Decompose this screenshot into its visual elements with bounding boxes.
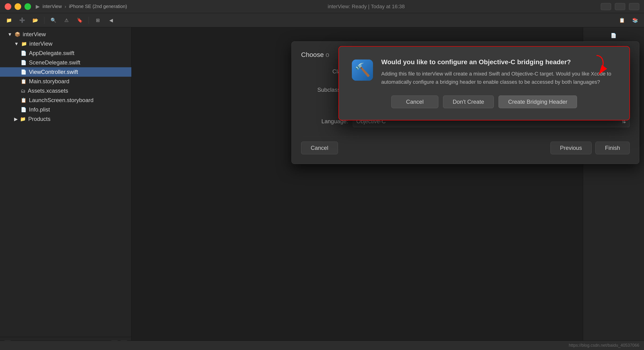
sidebar-item-assets-label: Assets.xcassets (28, 88, 68, 94)
sidebar-item-appdelegate[interactable]: 📄 AppDelegate.swift (0, 49, 132, 58)
sheet-footer: Cancel Previous Finish (301, 137, 630, 154)
arrow-annotation (561, 53, 608, 82)
library-icon[interactable]: 📚 (631, 16, 639, 25)
traffic-lights (5, 3, 31, 10)
editor-toggle-btn[interactable] (615, 3, 625, 10)
sheet-previous-button[interactable]: Previous (550, 142, 592, 154)
svg-text:🔨: 🔨 (354, 62, 371, 78)
toolbar: 📁 ➕ 📂 🔍 ⚠ 🔖 ⊞ ◀ 📋 📚 (0, 13, 644, 27)
sidebar-item-interview-root[interactable]: ▼ 📦 interView (0, 30, 132, 39)
sidebar-item-scenedelegate-label: SceneDelegate.swift (29, 59, 80, 66)
project-icon: 📦 (14, 32, 20, 37)
add-file-icon[interactable]: ➕ (18, 16, 26, 25)
swift-file-icon: 📄 (21, 50, 26, 56)
editor-area: Choose o Class: Subclass of: NSObject ⌄ … (132, 27, 583, 350)
sheet-finish-button[interactable]: Finish (595, 142, 630, 154)
sidebar-item-products[interactable]: ▶ 📁 Products (0, 114, 132, 124)
inspector-toggle-btn[interactable] (629, 3, 639, 10)
alert-icon: 🔨 (351, 58, 374, 82)
right-panel-document-tab[interactable]: 📄 (583, 30, 644, 41)
new-file-icon[interactable]: 📁 (5, 16, 13, 25)
swift-file-icon-2: 📄 (21, 60, 26, 65)
assets-icon: 🗂 (21, 88, 26, 94)
close-button[interactable] (5, 3, 11, 10)
disclosure-icon-3: ▶ (14, 116, 18, 122)
swift-file-icon-3: 📄 (21, 69, 26, 75)
sidebar-item-products-label: Products (28, 116, 50, 122)
disclosure-icon-2: ▼ (14, 41, 19, 47)
storyboard-icon: 📋 (21, 79, 26, 84)
search-icon[interactable]: 🔍 (49, 16, 58, 25)
back-icon[interactable]: ◀ (107, 16, 115, 25)
maximize-button[interactable] (24, 3, 31, 10)
sidebar-item-assets[interactable]: 🗂 Assets.xcassets (0, 86, 132, 96)
sidebar-item-launchscreen-label: LaunchScreen.storyboard (29, 97, 94, 104)
folder-yellow-icon: 📁 (21, 41, 27, 47)
alert-create-header-button[interactable]: Create Bridging Header (498, 96, 577, 108)
sheet-action-buttons: Previous Finish (550, 142, 630, 154)
sidebar-item-infoplist[interactable]: 📄 Info.plist (0, 105, 132, 114)
products-folder-icon: 📁 (20, 116, 26, 122)
status-url: https://blog.csdn.net/baidu_40537066 (569, 343, 639, 348)
folder-icon[interactable]: 📂 (31, 16, 40, 25)
titlebar: ▶ interView › iPhone SE (2nd generation)… (0, 0, 644, 13)
titlebar-controls (601, 3, 639, 10)
sidebar: ▼ 📦 interView ▼ 📁 interView 📄 AppDelegat… (0, 27, 132, 350)
alert-cancel-button[interactable]: Cancel (391, 96, 438, 108)
titlebar-app-name: interView (42, 4, 62, 9)
minimize-button[interactable] (14, 3, 21, 10)
sidebar-item-infoplist-label: Info.plist (29, 106, 50, 113)
sidebar-item-launchscreen[interactable]: 📋 LaunchScreen.storyboard (0, 96, 132, 105)
inspector-icon[interactable]: 📋 (618, 16, 626, 25)
disclosure-icon: ▼ (8, 32, 12, 37)
sidebar-toggle-btn[interactable] (601, 3, 611, 10)
sidebar-item-label-2: interView (30, 41, 52, 47)
sidebar-item-appdelegate-label: AppDelegate.swift (29, 50, 74, 57)
bookmark-icon[interactable]: 🔖 (76, 16, 84, 25)
toolbar-sep-2 (88, 17, 89, 24)
titlebar-status: interView: Ready | Today at 16:38 (328, 4, 405, 10)
sidebar-item-scenedelegate[interactable]: 📄 SceneDelegate.swift (0, 58, 132, 67)
sidebar-item-label: interView (23, 31, 46, 38)
alert-dialog: 🔨 Would you like to configure an Objecti… (338, 46, 630, 120)
toolbar-sep-1 (44, 17, 44, 24)
storyboard-icon-2: 📋 (21, 97, 26, 103)
sidebar-item-mainstoryboard[interactable]: 📋 Main.storyboard (0, 77, 132, 86)
titlebar-device: iPhone SE (2nd generation) (69, 4, 127, 9)
sidebar-tree: ▼ 📦 interView ▼ 📁 interView 📄 AppDelegat… (0, 27, 132, 337)
sidebar-item-viewcontroller[interactable]: 📄 ViewController.swift (0, 67, 132, 77)
sidebar-item-mainstoryboard-label: Main.storyboard (29, 78, 69, 85)
plist-icon: 📄 (21, 107, 26, 112)
grid-icon[interactable]: ⊞ (94, 16, 102, 25)
statusbar: https://blog.csdn.net/baidu_40537066 (0, 340, 644, 350)
sidebar-item-viewcontroller-label: ViewController.swift (29, 69, 78, 75)
alert-dont-create-button[interactable]: Don't Create (443, 96, 494, 108)
warning-icon[interactable]: ⚠ (62, 16, 71, 25)
sheet-cancel-button[interactable]: Cancel (301, 142, 338, 154)
sidebar-item-interview-folder[interactable]: ▼ 📁 interView (0, 39, 132, 49)
choose-label: Choose (301, 51, 326, 58)
alert-buttons: Cancel Don't Create Create Bridging Head… (351, 96, 618, 108)
main-layout: ▼ 📦 interView ▼ 📁 interView 📄 AppDelegat… (0, 27, 644, 350)
